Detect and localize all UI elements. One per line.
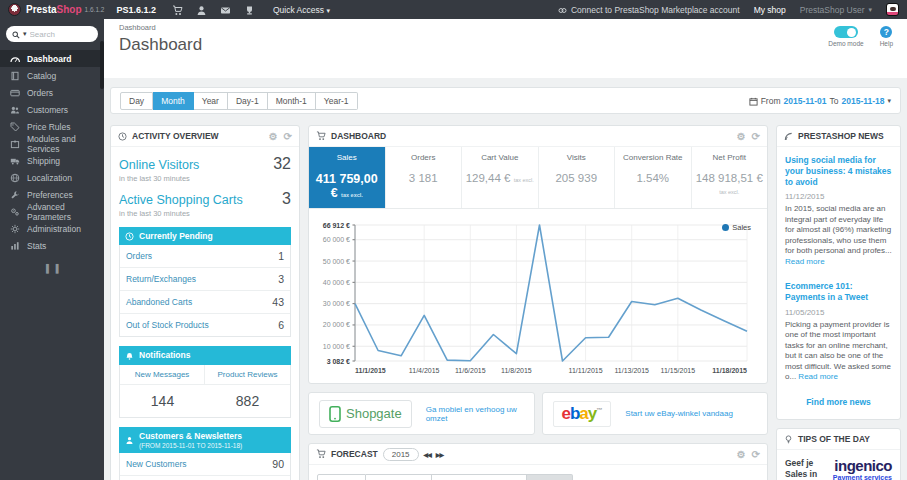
book-icon <box>9 70 20 81</box>
range-month-button[interactable]: Month <box>153 92 194 110</box>
next-year-button[interactable]: ▶▶ <box>436 451 443 458</box>
sidebar-item-customers[interactable]: Customers <box>0 101 104 118</box>
currently-pending-header: Currently Pending <box>119 227 291 245</box>
online-visitors-value: 32 <box>273 155 291 173</box>
page-title: Dashboard <box>119 35 897 55</box>
sidebar-item-localization[interactable]: Localization <box>0 169 104 186</box>
top-bar: PrestaShop 1.6.1.2 PS1.6.1.2 Quick Acces… <box>0 0 907 19</box>
sidebar-collapse-button[interactable]: ▌▐ <box>46 264 58 273</box>
tab-conversion[interactable]: Conversion <box>366 474 432 480</box>
panel-refresh-icon[interactable]: ⟳ <box>284 131 292 142</box>
marketplace-connect-link[interactable]: Connect to PrestaShop Marketplace accoun… <box>558 4 740 14</box>
date-from: 2015-11-01 <box>783 96 826 106</box>
demo-mode-toggle[interactable]: Demo mode <box>828 26 863 47</box>
find-more-news-link[interactable]: Find more news <box>785 397 892 407</box>
toggle-icon[interactable] <box>834 26 858 38</box>
active-carts-metric: Active Shopping Carts3 in the last 30 mi… <box>119 190 291 218</box>
date-range-picker[interactable]: From 2015-11-01 To 2015-11-18 ▾ <box>749 95 891 105</box>
sidebar-item-advanced-parameters[interactable]: Advanced Parameters <box>0 203 104 220</box>
pending-table: Orders1 Return/Exchanges3 Abandoned Cart… <box>119 245 291 337</box>
sidebar-item-dashboard[interactable]: Dashboard <box>0 50 104 67</box>
gears-icon <box>9 206 20 217</box>
cart-icon[interactable] <box>172 1 183 19</box>
sidebar-search[interactable]: ▾ <box>6 26 98 42</box>
chevron-down-icon[interactable]: ▾ <box>23 30 27 38</box>
people-icon <box>9 104 20 115</box>
news-article-excerpt: Picking a payment provider is one of the… <box>785 320 892 383</box>
sidebar-item-catalog[interactable]: Catalog <box>0 67 104 84</box>
range-month-1-button[interactable]: Month-1 <box>268 92 316 110</box>
online-visitors-link[interactable]: Online Visitors <box>119 158 199 172</box>
trophy-icon[interactable] <box>244 1 255 19</box>
range-year-1-button[interactable]: Year-1 <box>316 92 358 110</box>
panel-title: ACTIVITY OVERVIEW <box>132 131 219 141</box>
gauge-icon <box>9 53 20 64</box>
news-article-excerpt: In 2015, social media are an integral pa… <box>785 204 892 267</box>
user-avatar[interactable] <box>886 3 899 16</box>
tag-icon <box>9 121 20 132</box>
help-button[interactable]: ? Help <box>880 26 893 47</box>
kpi-conversion-rate[interactable]: Conversion Rate1.54% <box>614 147 691 208</box>
news-article-title[interactable]: Using social media for your business: 4 … <box>785 155 892 188</box>
product-reviews-link[interactable]: Product Reviews <box>205 365 290 385</box>
sidebar-nav: ▾ Dashboard Catalog Orders Customers Pri… <box>0 19 104 480</box>
shopgate-link[interactable]: Ga mobiel en verhoog uw omzet <box>426 405 524 423</box>
kpi-net-profit[interactable]: Net Profit148 918,51 € tax excl. <box>691 147 768 208</box>
range-year-button[interactable]: Year <box>194 92 228 110</box>
mail-icon[interactable] <box>220 1 231 19</box>
chevron-down-icon: ▾ <box>887 97 891 105</box>
panel-refresh-icon[interactable]: ⟳ <box>752 449 760 460</box>
range-day-button[interactable]: Day <box>120 92 153 110</box>
kpi-sales[interactable]: Sales411 759,00 € tax excl. <box>309 147 385 208</box>
notifications-table: New Messages Product Reviews 144 882 <box>119 365 291 418</box>
my-shop-link[interactable]: My shop <box>754 5 786 15</box>
active-carts-link[interactable]: Active Shopping Carts <box>119 193 243 207</box>
help-icon[interactable]: ? <box>880 26 892 38</box>
search-input[interactable] <box>30 30 82 39</box>
new-messages-link[interactable]: New Messages <box>120 365 205 385</box>
bell-icon <box>125 350 134 360</box>
range-day-1-button[interactable]: Day-1 <box>228 92 268 110</box>
ebay-link[interactable]: Start uw eBay-winkel vandaag <box>625 409 733 418</box>
panel-settings-icon[interactable]: ⚙ <box>737 131 746 142</box>
tab-traffic[interactable]: Traffic <box>317 474 366 480</box>
previous-year-button[interactable]: ◀◀ <box>424 451 431 458</box>
read-more-link[interactable]: Read more <box>785 257 825 266</box>
clock-icon <box>118 131 127 141</box>
sidebar-scrollbar[interactable] <box>100 41 104 89</box>
ebay-logo: ebay™ <box>553 401 612 427</box>
tab-sales[interactable]: Sales <box>527 474 573 480</box>
sidebar-item-modules[interactable]: Modules and Services <box>0 135 104 152</box>
sidebar-item-administration[interactable]: Administration <box>0 220 104 237</box>
sidebar-item-stats[interactable]: Stats <box>0 237 104 254</box>
clock-icon <box>125 231 134 241</box>
panel-settings-icon[interactable]: ⚙ <box>269 131 278 142</box>
sidebar-item-preferences[interactable]: Preferences <box>0 186 104 203</box>
table-row: New Subscriptions18 <box>120 476 290 480</box>
kpi-visits[interactable]: Visits205 939 <box>538 147 615 208</box>
table-row: New Customers90 <box>120 453 290 476</box>
sidebar-item-shipping[interactable]: Shipping <box>0 152 104 169</box>
tab-average-cart-value[interactable]: Average Cart Value <box>432 474 527 480</box>
breadcrumb[interactable]: Dashboard <box>119 23 897 32</box>
activity-overview-panel: ACTIVITY OVERVIEW ⚙⟳ Online Visitors32 i… <box>110 125 300 480</box>
quick-access-menu[interactable]: Quick Access ▾ <box>273 5 330 15</box>
kpi-cart-value[interactable]: Cart Value129,44 € tax excl. <box>461 147 538 208</box>
panel-settings-icon[interactable]: ⚙ <box>737 449 746 460</box>
user-menu[interactable]: PrestaShop User ▾ <box>800 5 872 15</box>
forecast-year-pill: 2015 <box>383 448 419 461</box>
sidebar-item-orders[interactable]: Orders <box>0 84 104 101</box>
svg-text:50 000 €: 50 000 € <box>323 258 350 265</box>
sales-line-chart: 66 912 €60 000 €50 000 €40 000 €30 000 €… <box>311 217 757 377</box>
svg-text:66 912 €: 66 912 € <box>323 222 350 229</box>
sidebar-item-price-rules[interactable]: Price Rules <box>0 118 104 135</box>
read-more-link[interactable]: Read more <box>798 372 838 381</box>
news-article-title[interactable]: Ecommerce 101: Payments in a Tweet <box>785 281 892 303</box>
active-carts-value: 3 <box>282 190 291 208</box>
panel-refresh-icon[interactable]: ⟳ <box>752 131 760 142</box>
person-icon <box>125 434 134 444</box>
kpi-orders[interactable]: Orders3 181 <box>385 147 462 208</box>
brand-presta: Presta <box>26 4 57 15</box>
user-icon[interactable] <box>196 1 207 19</box>
chart-legend[interactable]: Sales <box>722 223 751 232</box>
